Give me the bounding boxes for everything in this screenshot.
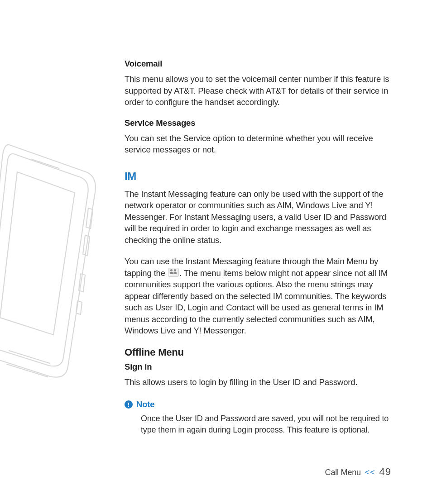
- im-para-2b: . The menu items below might not appear …: [125, 268, 388, 336]
- voicemail-heading: Voicemail: [125, 59, 392, 69]
- note-header: ! Note: [125, 399, 392, 409]
- im-para-1: The Instant Messaging feature can only b…: [125, 188, 392, 246]
- sign-in-heading: Sign in: [125, 362, 392, 372]
- service-messages-heading: Service Messages: [125, 118, 392, 128]
- note-body: Once the User ID and Password are saved,…: [141, 413, 390, 436]
- offline-menu-heading: Offline Menu: [125, 347, 392, 358]
- im-heading: IM: [125, 170, 392, 183]
- note-label: Note: [136, 399, 154, 409]
- footer-section: Call Menu: [325, 468, 361, 477]
- page-content: Voicemail This menu allows you to set th…: [125, 59, 392, 436]
- manual-page: Voicemail This menu allows you to set th…: [0, 0, 432, 504]
- page-number: 49: [379, 466, 391, 477]
- footer-separator: <<: [365, 468, 375, 477]
- voicemail-body: This menu allows you to set the voicemai…: [125, 73, 392, 108]
- alert-icon: !: [125, 400, 133, 409]
- contacts-icon: [168, 268, 179, 277]
- sign-in-body: This allows users to login by filling in…: [125, 376, 392, 388]
- im-para-2: You can use the Instant Messaging featur…: [125, 256, 392, 337]
- service-messages-body: You can set the Service option to determ…: [125, 133, 392, 156]
- page-footer: Call Menu << 49: [325, 466, 391, 478]
- phone-outline-illustration: [0, 140, 118, 394]
